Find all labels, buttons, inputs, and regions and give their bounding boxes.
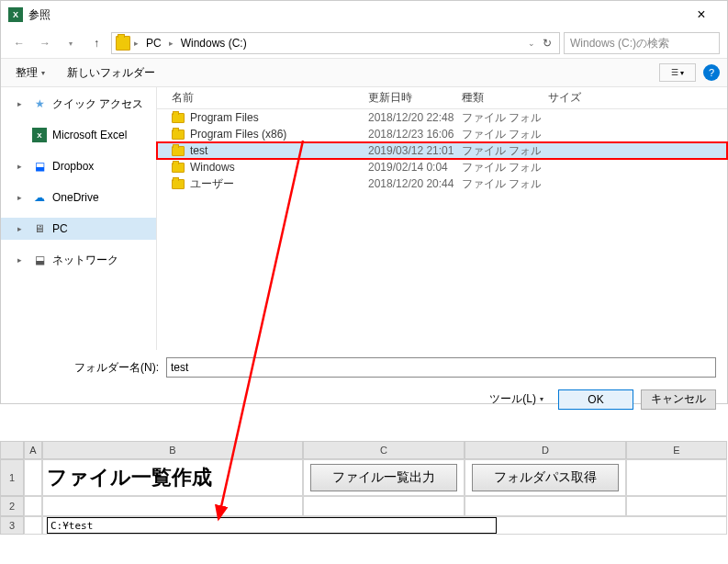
folder-name-input[interactable]: [166, 357, 716, 378]
chevron-right-icon: ▸: [17, 224, 27, 233]
sidebar-item-dropbox[interactable]: ▸⬓Dropbox: [1, 155, 156, 177]
help-button[interactable]: ?: [703, 64, 720, 81]
file-row-selected[interactable]: test 2019/03/12 21:01 ファイル フォルダー: [157, 142, 727, 159]
cell-title[interactable]: ファイル一覧作成: [42, 459, 303, 496]
cell[interactable]: [465, 496, 626, 516]
folder-icon: [172, 163, 185, 173]
new-folder-button[interactable]: 新しいフォルダー: [60, 62, 162, 84]
row-header-3[interactable]: 3: [0, 516, 24, 535]
cancel-button[interactable]: キャンセル: [641, 389, 716, 410]
drive-icon: [116, 36, 130, 51]
col-header-e[interactable]: E: [626, 441, 727, 459]
excel-icon: X: [32, 128, 47, 142]
sidebar-item-onedrive[interactable]: ▸☁OneDrive: [1, 186, 156, 209]
row-header-2[interactable]: 2: [0, 496, 24, 516]
file-list: 名前 更新日時 種類 サイズ Program Files 2018/12/20 …: [157, 87, 727, 350]
select-all-corner[interactable]: [0, 441, 24, 459]
cell[interactable]: ファイル一覧出力: [303, 459, 465, 496]
file-dialog: X 参照 × ← → ▾ ↑ ▸ PC ▸ Windows (C:) ⌄ ↻ W…: [0, 0, 728, 404]
row-header-1[interactable]: 1: [0, 459, 24, 496]
sidebar-item-quick-access[interactable]: ▸★クイック アクセス: [1, 93, 156, 115]
chevron-right-icon: ▸: [17, 255, 27, 265]
chevron-right-icon: ▸: [167, 39, 175, 48]
folder-icon: [172, 130, 185, 140]
nav-forward-button[interactable]: →: [34, 32, 56, 54]
col-header-a[interactable]: A: [24, 441, 42, 459]
col-header-d[interactable]: D: [465, 441, 626, 459]
sidebar: ▸★クイック アクセス XMicrosoft Excel ▸⬓Dropbox ▸…: [1, 87, 157, 350]
tools-dropdown[interactable]: ツール(L)▾: [482, 389, 551, 410]
organize-button[interactable]: 整理▾: [8, 62, 52, 84]
view-options-button[interactable]: ☰▾: [659, 63, 696, 82]
path-textbox[interactable]: C:¥test: [47, 517, 497, 534]
cell[interactable]: [303, 496, 465, 516]
toolbar: 整理▾ 新しいフォルダー ☰▾ ?: [1, 58, 727, 87]
refresh-button[interactable]: ↻: [539, 37, 555, 50]
cell[interactable]: [24, 459, 42, 496]
file-list-output-button[interactable]: ファイル一覧出力: [310, 464, 457, 491]
cell[interactable]: [24, 496, 42, 516]
cloud-icon: ☁: [32, 190, 47, 205]
file-row[interactable]: Windows 2019/02/14 0:04 ファイル フォルダー: [157, 159, 727, 175]
cell-path[interactable]: C:¥test: [42, 516, 727, 535]
col-name[interactable]: 名前: [164, 90, 361, 106]
nav-back-button[interactable]: ←: [8, 32, 30, 54]
file-list-header: 名前 更新日時 種類 サイズ: [157, 87, 727, 109]
chevron-right-icon: ▸: [17, 99, 27, 108]
search-input[interactable]: Windows (C:)の検索: [564, 32, 720, 54]
cell[interactable]: [42, 496, 303, 516]
sidebar-item-excel[interactable]: XMicrosoft Excel: [1, 124, 156, 146]
file-row[interactable]: Program Files 2018/12/20 22:48 ファイル フォルダ…: [157, 109, 727, 126]
star-icon: ★: [32, 96, 47, 111]
file-row[interactable]: Program Files (x86) 2018/12/23 16:06 ファイ…: [157, 126, 727, 142]
nav-recent-dropdown[interactable]: ▾: [60, 32, 82, 54]
network-icon: ⬓: [32, 253, 47, 267]
file-row[interactable]: ユーザー 2018/12/20 20:44 ファイル フォルダー: [157, 175, 727, 192]
breadcrumb-pc[interactable]: PC: [142, 37, 165, 50]
col-date[interactable]: 更新日時: [361, 90, 454, 106]
excel-icon: X: [8, 7, 23, 22]
breadcrumb-dropdown[interactable]: ⌄: [526, 39, 537, 48]
dialog-title: 参照: [28, 7, 683, 23]
content-area: ▸★クイック アクセス XMicrosoft Excel ▸⬓Dropbox ▸…: [1, 87, 727, 350]
dropbox-icon: ⬓: [32, 159, 47, 174]
navbar: ← → ▾ ↑ ▸ PC ▸ Windows (C:) ⌄ ↻ Windows …: [1, 28, 727, 58]
chevron-right-icon: ▸: [17, 162, 27, 171]
cell[interactable]: [626, 459, 727, 496]
folder-icon: [172, 179, 185, 189]
folder-icon: [172, 113, 185, 123]
col-type[interactable]: 種類: [454, 90, 541, 106]
cell[interactable]: フォルダパス取得: [465, 459, 626, 496]
cell[interactable]: [626, 496, 727, 516]
sidebar-item-network[interactable]: ▸⬓ネットワーク: [1, 249, 156, 271]
chevron-right-icon: ▸: [132, 39, 140, 48]
chevron-right-icon: ▸: [17, 193, 27, 202]
col-header-c[interactable]: C: [303, 441, 465, 459]
titlebar: X 参照 ×: [1, 1, 727, 28]
folder-icon: [172, 146, 185, 156]
dialog-footer: フォルダー名(N): ツール(L)▾ OK キャンセル: [1, 350, 727, 417]
folder-name-label: フォルダー名(N):: [12, 360, 159, 376]
ok-button[interactable]: OK: [558, 389, 633, 410]
excel-sheet: A B C D E 1 ファイル一覧作成 ファイル一覧出力 フォルダパス取得 2…: [0, 441, 728, 535]
cell[interactable]: [24, 516, 42, 535]
close-button[interactable]: ×: [683, 2, 720, 28]
breadcrumb-drive[interactable]: Windows (C:): [177, 37, 251, 50]
breadcrumb[interactable]: ▸ PC ▸ Windows (C:) ⌄ ↻: [111, 32, 560, 54]
nav-up-button[interactable]: ↑: [85, 32, 107, 54]
sidebar-item-pc[interactable]: ▸🖥PC: [1, 218, 156, 240]
folder-path-get-button[interactable]: フォルダパス取得: [472, 464, 619, 491]
pc-icon: 🖥: [32, 221, 47, 236]
col-header-b[interactable]: B: [42, 441, 303, 459]
col-size[interactable]: サイズ: [541, 90, 614, 106]
